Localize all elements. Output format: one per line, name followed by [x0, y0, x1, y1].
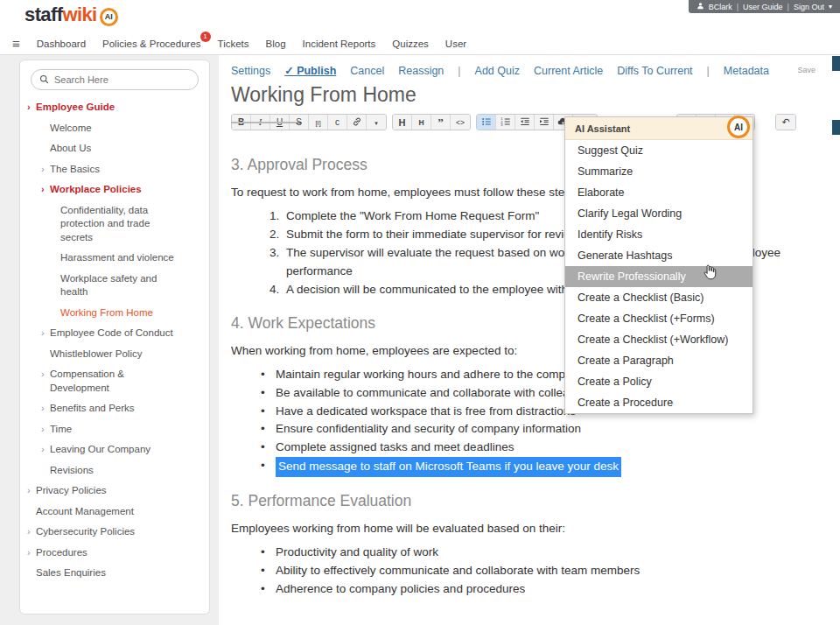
ai-menu-item-suggest-quiz[interactable]: Suggest Quiz [565, 140, 752, 161]
ai-menu-item-create-a-checklist-basic[interactable]: Create a Checklist (Basic) [565, 287, 752, 308]
nav-item-label: User [445, 39, 466, 49]
ai-menu-item-identify-risks[interactable]: Identify Risks [565, 224, 752, 245]
ai-menu-item-create-a-policy[interactable]: Create a Policy [565, 371, 752, 392]
sidebar-item-working-from-home[interactable]: Working From Home [20, 303, 209, 324]
ai-menu-item-generate-hashtags[interactable]: Generate Hashtags [565, 245, 752, 266]
action-link-label: Settings [231, 65, 270, 77]
settings-link[interactable]: Settings [231, 65, 270, 77]
nav-item-label: Incident Reports [303, 39, 376, 49]
ai-menu-item-elaborate[interactable]: Elaborate [565, 182, 752, 203]
chevron-right-icon: › [27, 546, 36, 560]
publish-link[interactable]: ✓ Publish [284, 64, 336, 77]
search-input[interactable] [54, 74, 190, 85]
cancel-link[interactable]: Cancel [350, 65, 384, 77]
nav-item-dashboard[interactable]: Dashboard [37, 39, 86, 49]
indent-button[interactable] [535, 115, 554, 130]
ai-menu-item-create-a-checklist-forms[interactable]: Create a Checklist (+Forms) [565, 308, 752, 329]
sidebar-item-label: Confidentiality, data protection and tra… [60, 204, 183, 245]
nav-item-policies-procedures[interactable]: Policies & Procedures1 [102, 39, 201, 49]
nav-item-label: Quizzes [392, 39, 429, 49]
outdent-button[interactable] [515, 115, 535, 130]
sidebar-item-the-basics[interactable]: ›The Basics [20, 159, 209, 180]
sidebar-item-procedures[interactable]: ›Procedures [20, 543, 209, 564]
sidebar-item-compensation-development[interactable]: ›Compensation & Development [20, 364, 209, 398]
ai-menu-item-summarize[interactable]: Summarize [565, 161, 752, 182]
staffwiki-logo[interactable]: staffwikiAI [24, 4, 118, 26]
chevron-right-icon: › [41, 183, 50, 197]
numbered-list-icon: 123 [500, 116, 511, 129]
sidebar-item-whistleblower-policy[interactable]: Whistleblower Policy [20, 344, 209, 365]
save-button[interactable]: Save [797, 66, 816, 74]
numbered-list-button[interactable]: 123 [496, 115, 515, 130]
heading-small-button[interactable]: H [412, 115, 431, 130]
sidebar-item-about-us[interactable]: About Us [20, 138, 209, 159]
sidebar-item-label: Compensation & Development [50, 368, 183, 395]
sidebar-item-sales-enquiries[interactable]: Sales Enquiries [20, 563, 209, 584]
sidebar-item-employee-guide[interactable]: ›Employee Guide [20, 97, 209, 118]
sidebar-item-workplace-policies[interactable]: ›Workplace Policies [20, 179, 209, 200]
chevron-right-icon: › [41, 423, 50, 437]
nav-item-user[interactable]: User [445, 39, 466, 49]
ai-menu-item-create-a-procedure[interactable]: Create a Procedure [565, 392, 752, 413]
sidebar-item-privacy-policies[interactable]: ›Privacy Policies [20, 481, 209, 502]
reassign-link[interactable]: Reassign [398, 65, 444, 77]
sidebar-item-workplace-safety-and-health[interactable]: Workplace safety and health [20, 269, 209, 303]
metadata-link[interactable]: Metadata [724, 65, 769, 77]
caret-down-button[interactable]: ▾ [367, 115, 386, 130]
sidebar-item-label: Workplace safety and health [60, 272, 183, 299]
info-button[interactable]: [i] [309, 115, 328, 130]
sidebar-item-harassment-and-violence[interactable]: Harassment and violence [20, 248, 209, 269]
sidebar-item-time[interactable]: ›Time [20, 419, 209, 440]
sidebar-item-label: Privacy Policies [36, 484, 107, 498]
list-marker: • [261, 403, 276, 421]
hamburger-menu-icon[interactable]: ≡ [12, 37, 20, 50]
bullet-list-button[interactable] [477, 115, 496, 130]
current-article-link[interactable]: Current Article [534, 65, 603, 77]
ai-menu-item-clarify-legal-wording[interactable]: Clarify Legal Wording [565, 203, 752, 224]
nav-item-quizzes[interactable]: Quizzes [392, 39, 429, 49]
ai-menu-item-create-a-paragraph[interactable]: Create a Paragraph [565, 350, 752, 371]
nav-item-label: Dashboard [37, 39, 86, 49]
sidebar-item-benefits-and-perks[interactable]: ›Benefits and Perks [20, 398, 209, 419]
sidebar-item-welcome[interactable]: Welcome [20, 118, 209, 139]
notification-badge: 1 [200, 32, 211, 42]
sidebar-item-account-management[interactable]: Account Management [20, 502, 209, 523]
list-item-text: Be available to communicate and collabor… [276, 384, 595, 403]
sidebar-item-label: Working From Home [60, 306, 153, 320]
edge-tab[interactable] [832, 120, 840, 135]
sidebar-item-label: Procedures [36, 546, 88, 560]
ai-menu-item-rewrite-professionally[interactable]: Rewrite Professionally [565, 266, 752, 287]
arrow-spacer [52, 306, 60, 320]
undo-button[interactable]: ↶ [776, 115, 795, 130]
code-c-button[interactable]: c [328, 115, 347, 130]
nav-item-blog[interactable]: Blog [266, 39, 286, 49]
current-user[interactable]: BClark [709, 3, 732, 11]
chevron-right-icon: › [41, 402, 50, 416]
add-quiz-link[interactable]: Add Quiz [475, 65, 520, 77]
arrow-spacer [41, 348, 50, 362]
sidebar-item-label: Benefits and Perks [50, 402, 135, 416]
chevron-down-icon[interactable]: ▾ [829, 3, 832, 11]
section-list: •Productivity and quality of work•Abilit… [261, 544, 794, 599]
action-bar: Settings✓ PublishCancelReassign|Add Quiz… [219, 55, 840, 81]
edge-tab[interactable] [832, 56, 840, 71]
sidebar-item-label: Employee Code of Conduct [50, 327, 173, 341]
sidebar-item-confidentiality-data-protection-and-trade-secrets[interactable]: Confidentiality, data protection and tra… [20, 200, 209, 249]
ai-menu-item-create-a-checklist-workflow[interactable]: Create a Checklist (+Workflow) [565, 329, 752, 350]
main-nav: DashboardPolicies & Procedures1TicketsBl… [37, 39, 466, 49]
link-button[interactable] [347, 115, 367, 130]
sidebar-item-revisions[interactable]: Revisions [20, 460, 209, 481]
diffs-to-current-link[interactable]: Diffs To Current [617, 65, 692, 77]
sidebar-item-label: Revisions [50, 464, 94, 478]
sign-out-link[interactable]: Sign Out [794, 3, 824, 11]
code-button[interactable]: <> [451, 115, 470, 130]
nav-item-tickets[interactable]: Tickets [218, 39, 249, 49]
sidebar-item-employee-code-of-conduct[interactable]: ›Employee Code of Conduct [20, 323, 209, 344]
sidebar-item-cybersecurity-policies[interactable]: ›Cybersecurity Policies [20, 522, 209, 543]
nav-item-incident-reports[interactable]: Incident Reports [303, 39, 376, 49]
user-guide-link[interactable]: User Guide [743, 3, 783, 11]
action-bar-divider: | [707, 65, 710, 77]
blockquote-button[interactable]: ” [431, 115, 451, 130]
heading-large-button[interactable]: H [393, 115, 412, 130]
sidebar-item-leaving-our-company[interactable]: ›Leaving Our Company [20, 439, 209, 460]
